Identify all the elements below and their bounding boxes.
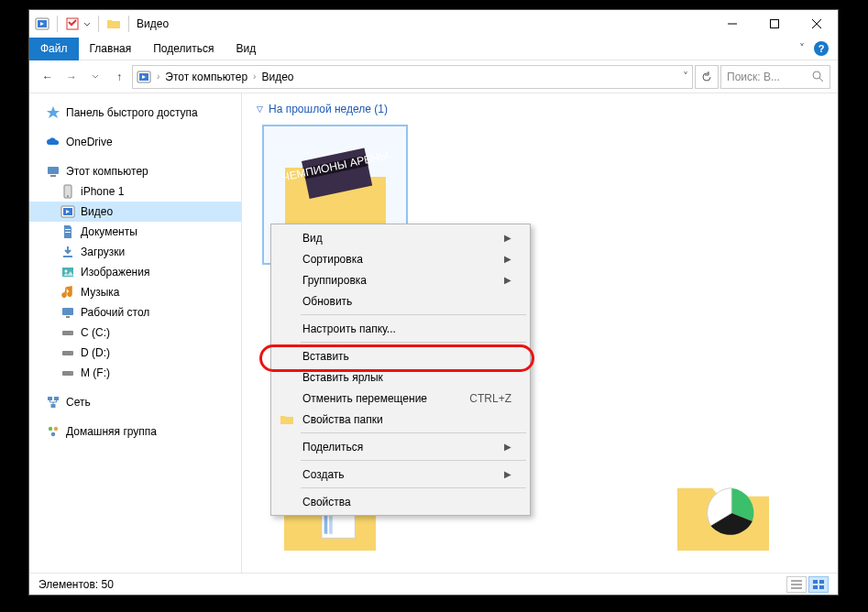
svg-point-41 xyxy=(51,432,55,436)
thumbnails-view-button[interactable] xyxy=(808,576,829,593)
ribbon-right: ˅ ? xyxy=(799,41,838,56)
star-icon xyxy=(46,105,60,120)
properties-qat-icon[interactable] xyxy=(65,16,80,31)
up-button[interactable]: ↑ xyxy=(108,66,130,88)
ctx-paste[interactable]: Вставить xyxy=(273,345,528,366)
address-bar[interactable]: › Этот компьютер › Видео ˅ xyxy=(132,65,693,89)
music-icon xyxy=(60,285,75,300)
tab-share[interactable]: Поделиться xyxy=(142,38,225,60)
minimize-button[interactable] xyxy=(711,10,753,38)
sidebar-item-downloads[interactable]: Загрузки xyxy=(29,242,241,262)
search-icon xyxy=(812,71,824,82)
sidebar-item-network[interactable]: Сеть xyxy=(29,392,241,412)
sidebar-item-this-pc[interactable]: Этот компьютер xyxy=(29,161,241,181)
video-library-icon xyxy=(35,16,49,31)
file-thumbnail[interactable] xyxy=(650,463,796,563)
sidebar-item-label: Видео xyxy=(81,205,113,218)
sidebar-item-drive-d[interactable]: D (D:) xyxy=(29,343,241,363)
ctx-item-label: Настроить папку... xyxy=(302,322,396,335)
ctx-customize-folder[interactable]: Настроить папку... xyxy=(273,318,528,339)
tab-share-label: Поделиться xyxy=(153,42,214,55)
ctx-undo-move[interactable]: Отменить перемещениеCTRL+Z xyxy=(273,388,528,409)
titlebar: Видео xyxy=(29,10,838,38)
sidebar-item-onedrive[interactable]: OneDrive xyxy=(29,132,241,152)
ctx-item-label: Отменить перемещение xyxy=(302,392,427,405)
collapse-icon[interactable]: ▽ xyxy=(257,104,263,114)
document-icon xyxy=(60,224,75,239)
ctx-paste-shortcut[interactable]: Вставить ярлык xyxy=(273,366,528,388)
maximize-button[interactable] xyxy=(753,10,796,38)
desktop-icon xyxy=(60,305,75,320)
close-button[interactable] xyxy=(796,10,838,38)
sidebar-item-drive-m[interactable]: M (F:) xyxy=(29,363,241,383)
address-bar-row: ← → ↑ › Этот компьютер › Видео ˅ Поиск: … xyxy=(29,60,838,93)
forward-button[interactable]: → xyxy=(60,66,82,88)
sidebar-item-label: OneDrive xyxy=(66,136,113,148)
sidebar-item-documents[interactable]: Документы xyxy=(29,222,241,242)
breadcrumb-pc[interactable]: Этот компьютер xyxy=(165,71,247,83)
status-bar: Элементов: 50 xyxy=(29,573,838,595)
submenu-arrow-icon: ▶ xyxy=(504,442,511,452)
recent-dropdown[interactable] xyxy=(84,66,106,88)
tab-file[interactable]: Файл xyxy=(29,38,79,60)
chevron-right-icon[interactable]: › xyxy=(251,71,258,82)
ctx-properties[interactable]: Свойства xyxy=(273,491,528,512)
svg-point-25 xyxy=(65,270,68,273)
sidebar-item-pictures[interactable]: Изображения xyxy=(29,262,241,282)
group-header[interactable]: ▽ На прошлой неделе (1) xyxy=(257,103,823,115)
ctx-item-label: Группировка xyxy=(302,274,367,287)
help-button[interactable]: ? xyxy=(814,41,829,56)
sidebar-item-label: Загрузки xyxy=(81,246,125,258)
video-icon xyxy=(60,204,75,219)
sidebar-item-music[interactable]: Музыка xyxy=(29,282,241,302)
ctx-folder-properties[interactable]: Свойства папки xyxy=(273,409,528,430)
ctx-item-label: Создать xyxy=(302,468,345,481)
sidebar-item-homegroup[interactable]: Домашняя группа xyxy=(29,421,241,442)
ctx-item-label: Обновить xyxy=(302,295,352,308)
svg-line-12 xyxy=(819,78,823,82)
breadcrumb-video[interactable]: Видео xyxy=(261,71,293,83)
homegroup-icon xyxy=(46,424,60,439)
tab-view[interactable]: Вид xyxy=(225,38,267,60)
sidebar-item-quick-access[interactable]: Панель быстрого доступа xyxy=(29,103,241,123)
qat-dropdown-icon[interactable] xyxy=(83,16,91,31)
svg-rect-5 xyxy=(771,20,779,28)
chevron-down-icon[interactable]: ˅ xyxy=(683,71,688,83)
sidebar-item-label: D (D:) xyxy=(81,346,110,359)
submenu-arrow-icon: ▶ xyxy=(504,275,511,285)
ctx-sort[interactable]: Сортировка▶ xyxy=(273,248,528,269)
expand-ribbon-icon[interactable]: ˅ xyxy=(799,42,805,55)
sidebar-item-iphone[interactable]: iPhone 1 xyxy=(29,181,241,202)
submenu-arrow-icon: ▶ xyxy=(504,469,511,479)
ctx-new[interactable]: Создать▶ xyxy=(273,464,528,485)
ctx-share[interactable]: Поделиться▶ xyxy=(273,436,528,457)
svg-rect-53 xyxy=(813,585,818,589)
context-menu: Вид▶ Сортировка▶ Группировка▶ Обновить Н… xyxy=(270,224,531,516)
refresh-button[interactable] xyxy=(695,65,719,89)
navigation-pane: Панель быстрого доступа OneDrive Этот ко… xyxy=(29,93,242,573)
chevron-right-icon[interactable]: › xyxy=(155,71,161,82)
details-view-button[interactable] xyxy=(786,576,807,593)
sidebar-item-drive-c[interactable]: C (C:) xyxy=(29,322,241,343)
svg-rect-21 xyxy=(65,229,71,230)
search-input[interactable]: Поиск: В... xyxy=(720,65,830,89)
ctx-view[interactable]: Вид▶ xyxy=(273,227,528,248)
drive-icon xyxy=(60,345,75,360)
back-button[interactable]: ← xyxy=(37,66,59,88)
tab-home[interactable]: Главная xyxy=(79,38,143,60)
ctx-group[interactable]: Группировка▶ xyxy=(273,269,528,290)
ctx-refresh[interactable]: Обновить xyxy=(273,290,528,311)
svg-point-27 xyxy=(68,293,71,297)
sidebar-item-label: iPhone 1 xyxy=(81,185,124,198)
svg-rect-22 xyxy=(65,232,71,233)
sidebar-item-desktop[interactable]: Рабочий стол xyxy=(29,302,241,322)
sidebar-item-label: Музыка xyxy=(81,286,119,299)
svg-rect-54 xyxy=(819,585,824,589)
sidebar-item-video[interactable]: Видео xyxy=(29,202,241,222)
separator xyxy=(128,16,129,32)
svg-rect-23 xyxy=(63,256,72,257)
breadcrumb-video-label: Видео xyxy=(261,71,293,83)
svg-rect-37 xyxy=(54,397,59,400)
drive-icon xyxy=(60,366,75,380)
sidebar-item-label: Панель быстрого доступа xyxy=(66,106,198,119)
